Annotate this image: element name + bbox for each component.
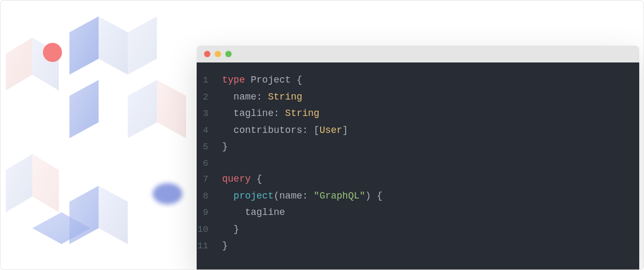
code-token: name: [222, 92, 257, 102]
svg-marker-3: [69, 16, 99, 75]
code-token: : [: [302, 125, 319, 136]
line-number: 6: [197, 156, 222, 172]
code-token: tagline: [222, 207, 285, 218]
line-content: tagline: [222, 204, 285, 221]
line-number: 7: [197, 172, 222, 187]
code-line: 9 tagline: [197, 204, 639, 221]
line-number: 3: [197, 106, 222, 122]
code-token: }: [222, 141, 228, 152]
line-number: 1: [197, 73, 222, 88]
isometric-pattern: [1, 1, 213, 270]
close-icon[interactable]: [204, 51, 210, 57]
code-editor-body[interactable]: 1type Project {2 name: String3 tagline: …: [197, 62, 639, 269]
line-content: }: [222, 221, 239, 238]
code-token: query: [222, 174, 251, 184]
code-token: :: [274, 108, 285, 119]
line-content: contributors: [User]: [222, 122, 348, 139]
code-line: 4 contributors: [User]: [197, 122, 639, 139]
line-number: 10: [197, 222, 222, 238]
line-number: 2: [197, 89, 222, 105]
code-line: 7query {: [197, 171, 639, 188]
code-token: tagline: [222, 108, 274, 119]
line-number: 5: [197, 139, 222, 155]
svg-marker-9: [6, 154, 32, 212]
line-content: }: [222, 238, 228, 255]
line-content: type Project {: [222, 72, 302, 89]
svg-marker-4: [99, 16, 128, 75]
code-token: {: [257, 174, 262, 184]
line-number: 11: [197, 238, 222, 254]
code-line: 5}: [197, 139, 639, 156]
code-line: 10 }: [197, 221, 639, 238]
svg-point-14: [153, 183, 182, 204]
line-number: 9: [197, 205, 222, 221]
code-token: ) {: [365, 191, 382, 201]
code-token: User: [320, 125, 342, 136]
line-content: }: [222, 139, 228, 156]
svg-marker-5: [128, 16, 157, 75]
svg-marker-10: [32, 154, 59, 212]
code-token: String: [268, 92, 302, 102]
code-token: "GraphQL": [314, 191, 365, 201]
minimize-icon[interactable]: [215, 51, 221, 57]
svg-marker-8: [157, 80, 186, 138]
window-titlebar: [197, 46, 639, 62]
code-line: 11}: [197, 238, 639, 255]
line-content: tagline: String: [222, 105, 320, 122]
code-token: project: [234, 191, 274, 201]
line-content: query {: [222, 171, 262, 188]
code-editor-window: 1type Project {2 name: String3 tagline: …: [197, 46, 639, 269]
code-line: 2 name: String: [197, 89, 639, 106]
code-token: String: [285, 108, 320, 119]
line-number: 8: [197, 188, 222, 204]
maximize-icon[interactable]: [225, 51, 232, 57]
code-token: }: [222, 240, 228, 251]
svg-marker-6: [69, 80, 99, 138]
code-token: type: [222, 75, 245, 85]
code-token: [251, 174, 257, 184]
code-token: Project: [245, 75, 296, 85]
svg-marker-12: [99, 186, 128, 244]
svg-point-2: [43, 43, 62, 62]
code-token: (name:: [274, 191, 314, 201]
code-line: 6: [197, 156, 639, 172]
line-number: 4: [197, 123, 222, 139]
code-token: :: [257, 92, 268, 102]
svg-marker-7: [128, 80, 157, 138]
code-line: 1type Project {: [197, 72, 639, 89]
code-token: {: [296, 75, 302, 85]
code-line: 3 tagline: String: [197, 105, 639, 122]
line-content: name: String: [222, 89, 302, 106]
line-content: project(name: "GraphQL") {: [222, 188, 382, 205]
code-token: [222, 191, 234, 201]
svg-marker-0: [6, 38, 32, 91]
code-token: }: [222, 224, 239, 235]
code-token: contributors: [222, 125, 302, 136]
code-line: 8 project(name: "GraphQL") {: [197, 188, 639, 205]
code-token: ]: [342, 125, 348, 136]
background-decoration: [1, 1, 213, 270]
